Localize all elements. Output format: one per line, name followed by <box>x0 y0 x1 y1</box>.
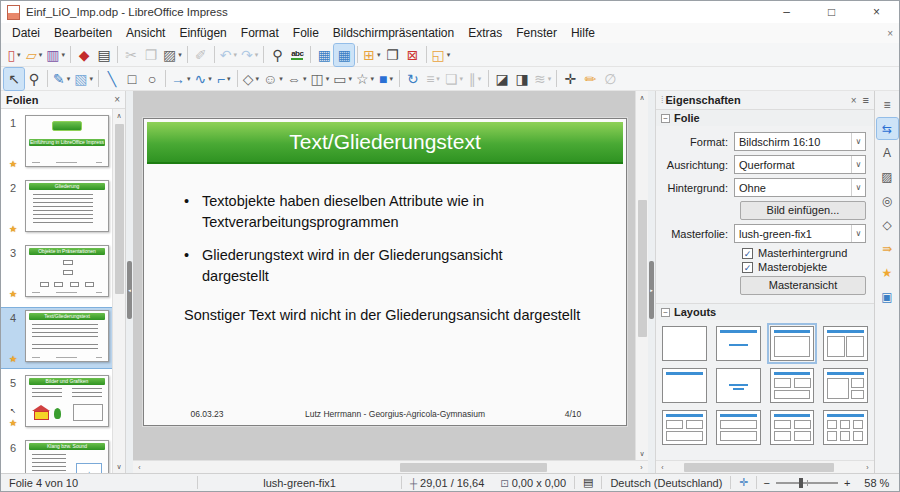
slide-content-placeholder[interactable]: • Textobjekte haben dieselben Attribute … <box>184 191 596 299</box>
fit-slide-icon[interactable]: ✛ <box>731 476 756 489</box>
tab-styles[interactable]: A <box>877 142 898 163</box>
star-shapes-button[interactable]: ☆▾ <box>354 68 376 90</box>
find-replace-button[interactable]: ⚲ <box>267 44 287 66</box>
redo-button[interactable]: ↷▾ <box>239 44 260 66</box>
menu-bildschirmpraesentation[interactable]: Bildschirmpräsentation <box>326 24 461 42</box>
animation-star-icon[interactable]: ★ <box>9 160 17 169</box>
dropdown-arrow-icon[interactable]: ▾ <box>178 51 182 59</box>
zoom-percentage[interactable]: 58 % <box>856 477 899 489</box>
slide-thumbnail-row-5[interactable]: 5 ↖ ★ Bilder und Grafiken <box>1 373 112 433</box>
splitter-handle[interactable]: ◂ <box>127 261 132 319</box>
dropdown-arrow-icon[interactable]: ▾ <box>447 51 451 59</box>
dropdown-arrow-icon[interactable]: ▾ <box>436 75 440 83</box>
dropdown-arrow-icon[interactable]: ▾ <box>256 75 260 83</box>
dropdown-arrow-icon[interactable]: ▾ <box>348 75 352 83</box>
slide-thumbnail-row-4-selected[interactable]: 4 ★ Text/Gliederungstext <box>1 308 112 368</box>
new-document-button[interactable]: ▯▾ <box>4 44 24 66</box>
main-horizontal-scrollbar[interactable]: ‹ › <box>133 460 648 473</box>
slide-free-text[interactable]: Sonstiger Text wird nicht in der Glieder… <box>184 307 580 323</box>
3d-objects-button[interactable]: ■▾ <box>376 68 396 90</box>
clone-formatting-button[interactable]: ✐ <box>191 44 211 66</box>
fill-color-button[interactable]: ▧▾ <box>72 68 95 90</box>
duplicate-slide-button[interactable]: ❐ <box>383 44 403 66</box>
splitter-handle[interactable]: ▸ <box>649 261 654 319</box>
slide-thumbnail[interactable]: Text/Gliederungstext <box>25 310 109 362</box>
checkbox-checked-icon[interactable]: ✓ <box>742 248 753 259</box>
dropdown-arrow-icon[interactable]: ▾ <box>377 51 381 59</box>
format-select[interactable]: Bildschirm 16:10 ∨ <box>734 132 866 151</box>
layout-option-blank[interactable] <box>662 326 707 361</box>
dropdown-arrow-icon[interactable]: ▾ <box>370 75 374 83</box>
layout-option-four-content[interactable] <box>770 410 815 445</box>
menu-einfuegen[interactable]: Einfügen <box>172 24 233 42</box>
dropdown-arrow-icon[interactable]: ▾ <box>303 75 307 83</box>
scroll-right-icon[interactable]: › <box>635 461 648 474</box>
cut-button[interactable]: ✂ <box>121 44 141 66</box>
undo-button[interactable]: ↶▾ <box>218 44 239 66</box>
dropdown-arrow-icon[interactable]: ▾ <box>548 75 552 83</box>
tab-gallery[interactable]: ▨ <box>877 166 898 187</box>
line-color-button[interactable]: ✎▾ <box>51 68 72 90</box>
layout-option-two-over-one-wide[interactable] <box>662 410 707 445</box>
slides-panel-scrollbar[interactable]: ∧ ∨ <box>112 109 125 473</box>
edit-points-button[interactable]: ✛ <box>560 68 580 90</box>
layout-option-title-two-content[interactable] <box>823 326 868 361</box>
menu-fenster[interactable]: Fenster <box>509 24 564 42</box>
dropdown-arrow-icon[interactable]: ▾ <box>234 51 238 59</box>
save-button[interactable]: ▥▾ <box>44 44 67 66</box>
layout-option-centered-text[interactable] <box>716 368 761 403</box>
sidebar-horizontal-scrollbar[interactable]: ‹ › <box>656 460 874 473</box>
dropdown-arrow-icon[interactable]: ▾ <box>389 75 393 83</box>
slide-thumbnail[interactable]: Einführung in LibreOffice Impress <box>25 115 109 167</box>
master-background-checkbox-row[interactable]: ✓ Masterhintergrund <box>742 247 866 259</box>
slide-thumbnail[interactable]: Klang bzw. Sound ♪ <box>25 440 109 473</box>
chevron-down-icon[interactable]: ∨ <box>851 133 865 150</box>
flowchart-button[interactable]: ◫▾ <box>308 68 331 90</box>
zoom-slider[interactable]: − + <box>757 477 856 489</box>
layout-option-title-content-centered[interactable] <box>716 326 761 361</box>
callout-shapes-button[interactable]: ▭▾ <box>331 68 354 90</box>
zoom-tool-button[interactable]: ⚲ <box>24 68 44 90</box>
scroll-down-icon[interactable]: ∨ <box>636 447 649 460</box>
spelling-button[interactable]: abc <box>287 44 307 66</box>
dropdown-arrow-icon[interactable]: ▾ <box>89 75 93 83</box>
master-objects-checkbox-row[interactable]: ✓ Masterobjekte <box>742 261 866 273</box>
layout-option-two-content-over-one[interactable] <box>770 368 815 403</box>
scroll-left-icon[interactable]: ‹ <box>133 461 146 474</box>
scroll-down-icon[interactable]: ∨ <box>113 460 126 473</box>
chevron-down-icon[interactable]: ∨ <box>851 179 865 196</box>
scrollbar-thumb[interactable] <box>638 200 647 337</box>
curve-button[interactable]: ∿▾ <box>193 68 214 90</box>
maximize-button[interactable]: □ <box>809 1 854 23</box>
collapse-icon[interactable]: − <box>661 308 670 317</box>
zoom-out-icon[interactable]: − <box>763 477 769 489</box>
chevron-down-icon[interactable]: ∨ <box>851 225 865 242</box>
dropdown-arrow-icon[interactable]: ▾ <box>326 75 330 83</box>
tab-slide-transition[interactable]: ⇛ <box>877 238 898 259</box>
rectangle-button[interactable]: □ <box>122 68 142 90</box>
slide-thumbnail-row-6[interactable]: 6 ★ Klang bzw. Sound ♪ <box>1 438 112 473</box>
menu-format[interactable]: Format <box>234 24 286 42</box>
tab-master-slides[interactable]: ▣ <box>877 286 898 307</box>
dropdown-arrow-icon[interactable]: ▾ <box>17 51 21 59</box>
checkbox-checked-icon[interactable]: ✓ <box>742 262 753 273</box>
chevron-down-icon[interactable]: ∨ <box>851 156 865 173</box>
dropdown-arrow-icon[interactable]: ▾ <box>62 51 66 59</box>
slide-thumbnail-row-3[interactable]: 3 ★ Objekte in Präsentationen <box>1 243 112 303</box>
master-view-button[interactable]: Masteransicht <box>740 276 866 295</box>
layout-option-one-over-one[interactable] <box>716 410 761 445</box>
insert-line-button[interactable]: ╲ <box>102 68 122 90</box>
slide-canvas[interactable]: Text/Gliederungstext • Textobjekte haben… <box>143 118 627 426</box>
layout-option-six-content[interactable] <box>823 410 868 445</box>
display-grid-button[interactable]: ▦ <box>314 44 334 66</box>
dropdown-arrow-icon[interactable]: ▾ <box>460 75 464 83</box>
scrollbar-thumb[interactable] <box>400 463 547 472</box>
snap-to-grid-button[interactable]: ▦ <box>334 44 354 66</box>
align-objects-button[interactable]: ≡▾ <box>423 68 443 90</box>
menu-datei[interactable]: Datei <box>5 24 47 42</box>
layout-option-title-content-selected[interactable] <box>770 326 815 361</box>
animation-star-icon[interactable]: ★ <box>9 355 17 364</box>
dropdown-arrow-icon[interactable]: ▾ <box>67 75 71 83</box>
zoom-slider-thumb[interactable] <box>799 478 803 488</box>
arrange-button[interactable]: ❏▾ <box>443 68 465 90</box>
